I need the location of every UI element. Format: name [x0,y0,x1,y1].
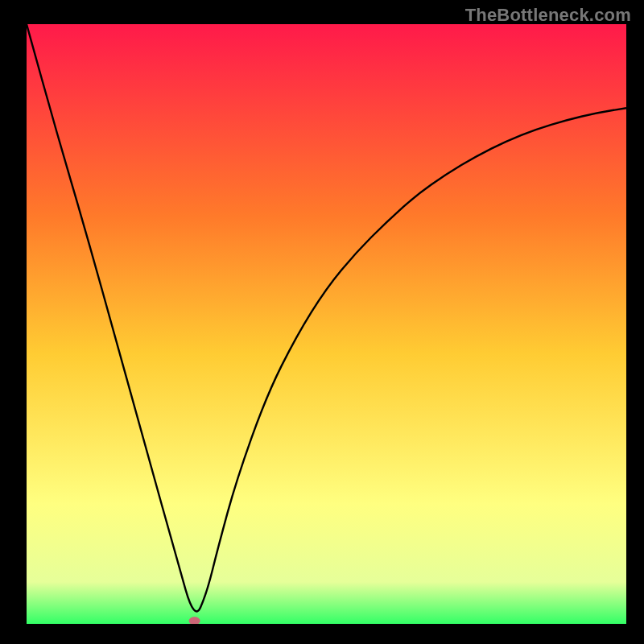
watermark-text: TheBottleneck.com [465,5,631,26]
bottleneck-curve-chart [27,24,626,624]
gradient-background [27,24,626,624]
chart-plot-area [27,24,626,624]
